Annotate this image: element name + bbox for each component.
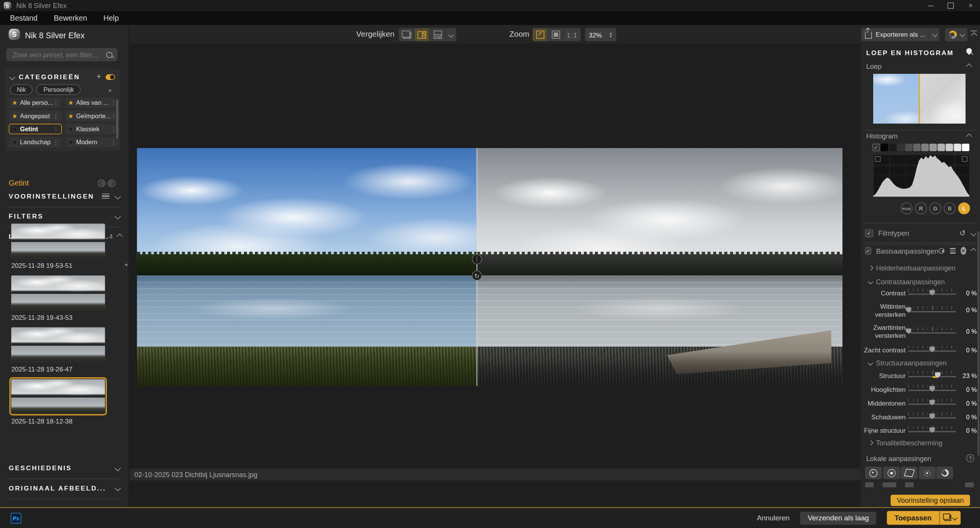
chevron-down-icon[interactable] bbox=[115, 465, 121, 471]
section-origineel-afbeelding[interactable]: ORIGINAAL AFBEELD... bbox=[9, 484, 120, 492]
collapse-panel-icon[interactable] bbox=[970, 31, 978, 38]
ai-mask-tool[interactable] bbox=[918, 467, 935, 479]
add-category-button[interactable]: + bbox=[96, 74, 101, 80]
send-as-layer-button[interactable]: Verzenden als laag bbox=[800, 511, 877, 524]
category-klassiek[interactable]: ★Klassiek⋮ bbox=[65, 124, 119, 134]
star-icon[interactable]: ★ bbox=[12, 112, 18, 119]
cancel-button[interactable]: Annuleren bbox=[757, 514, 790, 522]
chevron-up-icon[interactable] bbox=[117, 233, 123, 239]
star-icon[interactable]: ★ bbox=[68, 139, 74, 145]
kebab-menu-icon[interactable]: ⋮ bbox=[111, 139, 117, 145]
compare-split-line[interactable] bbox=[476, 148, 477, 386]
compare-options-dropdown[interactable] bbox=[446, 28, 456, 41]
compare-topbottom-button[interactable] bbox=[430, 28, 446, 41]
luminosity-mask-tool[interactable] bbox=[936, 467, 953, 479]
options-menu-icon[interactable] bbox=[950, 248, 956, 254]
control-line-tool[interactable] bbox=[883, 467, 900, 479]
chevron-down-icon[interactable] bbox=[115, 485, 121, 491]
star-icon[interactable]: ★ bbox=[12, 139, 18, 145]
chevron-up-icon[interactable] bbox=[966, 64, 972, 70]
channel-button-rgb[interactable]: RGB bbox=[901, 202, 913, 214]
section-geschiedenis[interactable]: GESCHIEDENIS bbox=[9, 464, 120, 472]
category-scrollbar[interactable] bbox=[116, 100, 118, 139]
category-alles-van[interactable]: ★Alles van ...⋮ bbox=[65, 98, 119, 108]
recent-edit-thumbnail[interactable] bbox=[11, 275, 105, 310]
filmtypen-checkbox[interactable]: ✓ bbox=[865, 229, 873, 237]
star-icon[interactable]: ★ bbox=[68, 99, 74, 106]
eye-icon[interactable] bbox=[938, 248, 944, 254]
group-tonaliteit[interactable]: Tonaliteitbescherming bbox=[869, 439, 942, 447]
menu-bestand[interactable]: Bestand bbox=[10, 14, 38, 23]
basisaanpassingen-row[interactable]: ✓ Basisaanpassingen ✕ bbox=[865, 247, 976, 255]
chevron-down-icon[interactable] bbox=[9, 74, 15, 80]
pin-icon[interactable] bbox=[965, 47, 973, 55]
compare-split-button[interactable] bbox=[414, 28, 430, 41]
zone-swatch[interactable] bbox=[954, 144, 961, 152]
next-category-button[interactable] bbox=[108, 179, 116, 187]
save-preset-button[interactable]: Voorinstelling opslaan bbox=[891, 495, 970, 506]
zoom-fit-button[interactable] bbox=[532, 28, 548, 41]
filter-pill-nik[interactable]: Nik bbox=[10, 84, 33, 95]
slider-track[interactable] bbox=[908, 370, 956, 380]
apply-options-dropdown[interactable] bbox=[940, 511, 961, 525]
search-box[interactable] bbox=[6, 48, 118, 61]
chevron-down-icon[interactable] bbox=[115, 193, 121, 199]
prev-category-button[interactable] bbox=[98, 179, 106, 187]
category-landschap[interactable]: ★Landschap⋮ bbox=[9, 137, 62, 148]
zone-swatch[interactable] bbox=[913, 144, 920, 152]
kebab-menu-icon[interactable]: ⋮ bbox=[111, 113, 117, 119]
slider-track[interactable] bbox=[908, 345, 956, 355]
panel-scrollbar[interactable] bbox=[977, 231, 979, 456]
split-handle-swap[interactable]: ↻ bbox=[472, 271, 482, 280]
remove-icon[interactable]: ✕ bbox=[960, 247, 966, 255]
basis-checkbox[interactable]: ✓ bbox=[865, 247, 871, 255]
collapse-left-panel-arrow[interactable]: ◂ bbox=[124, 261, 127, 267]
recent-edit-thumbnail[interactable] bbox=[11, 328, 105, 362]
zone-swatch[interactable] bbox=[946, 144, 953, 152]
channel-button-r[interactable]: R bbox=[915, 202, 927, 214]
search-input[interactable] bbox=[11, 50, 106, 59]
categories-toggle[interactable] bbox=[106, 74, 115, 80]
chevron-down-icon[interactable] bbox=[933, 32, 938, 37]
star-icon[interactable]: ★ bbox=[12, 125, 18, 132]
minimize-button[interactable] bbox=[921, 0, 940, 11]
category-geimporteerd[interactable]: ★Geïmporte...⋮ bbox=[65, 111, 119, 121]
zoom-fill-button[interactable] bbox=[548, 28, 564, 41]
export-button[interactable]: Exporteren als ... bbox=[861, 28, 939, 41]
maximize-button[interactable] bbox=[941, 0, 960, 11]
close-button[interactable]: × bbox=[961, 0, 980, 11]
zoom-100-button[interactable]: 1:1 bbox=[564, 28, 581, 41]
channel-button-b[interactable]: B bbox=[944, 202, 956, 214]
zone-swatch[interactable] bbox=[889, 144, 896, 152]
list-view-icon[interactable] bbox=[102, 194, 109, 199]
filmtypen-row[interactable]: ✓ Filmtypen ↺ bbox=[865, 229, 976, 238]
help-icon[interactable]: ? bbox=[966, 454, 974, 462]
zone-swatch[interactable] bbox=[880, 144, 888, 152]
control-point-tool[interactable] bbox=[865, 467, 882, 479]
zone-swatch[interactable] bbox=[929, 144, 937, 152]
kebab-menu-icon[interactable]: ⋮ bbox=[111, 126, 117, 132]
group-contrast[interactable]: Contrastaanpassingen bbox=[869, 278, 944, 286]
filter-pill-persoonlijk[interactable]: Persoonlijk bbox=[36, 84, 81, 95]
slider-track[interactable] bbox=[908, 384, 956, 394]
slider-track[interactable] bbox=[908, 412, 956, 422]
menu-bewerken[interactable]: Bewerken bbox=[54, 14, 87, 23]
group-structuur[interactable]: Structuuraanpassingen bbox=[869, 359, 946, 367]
chevron-up-icon[interactable] bbox=[966, 134, 972, 140]
category-getint[interactable]: ★Getint⋮ bbox=[9, 124, 62, 134]
reset-icon[interactable]: ↺ bbox=[959, 229, 965, 238]
compare-overlay-button[interactable] bbox=[399, 28, 415, 41]
star-icon[interactable]: ★ bbox=[68, 125, 74, 132]
category-aangepast[interactable]: ★Aangepast⋮ bbox=[9, 111, 62, 121]
recent-edit-thumbnail[interactable] bbox=[11, 379, 105, 414]
zone-swatch[interactable] bbox=[938, 144, 945, 152]
chevron-down-icon[interactable] bbox=[115, 213, 121, 219]
zone-swatch[interactable] bbox=[905, 144, 912, 152]
nik-collection-button[interactable] bbox=[945, 28, 968, 41]
chevron-down-icon[interactable] bbox=[970, 230, 977, 236]
category-modern[interactable]: ★Modern⋮ bbox=[65, 137, 119, 148]
apply-button[interactable]: Toepassen bbox=[887, 511, 939, 525]
kebab-menu-icon[interactable]: ⋮ bbox=[111, 99, 117, 106]
kebab-menu-icon[interactable]: ⋮ bbox=[53, 113, 59, 119]
zone-swatch[interactable] bbox=[962, 144, 969, 152]
